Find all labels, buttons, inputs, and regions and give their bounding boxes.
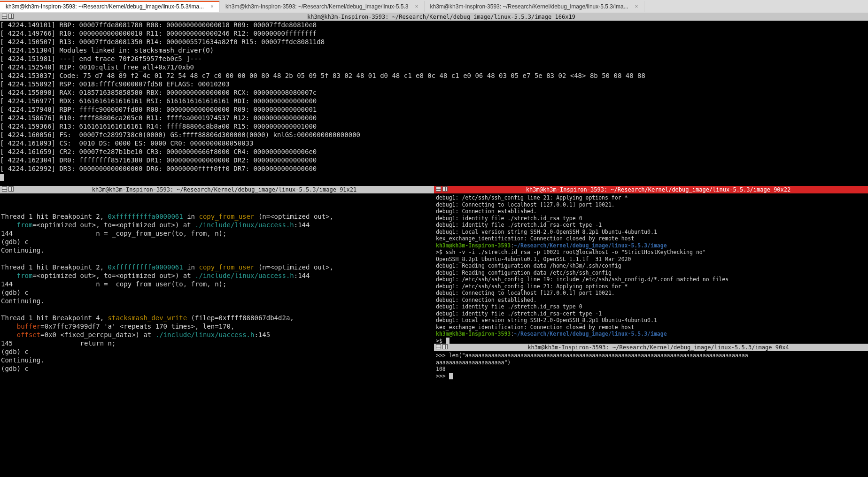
- log-line: [ 4224.150507] R13: 00007ffde8081350 R14…: [0, 38, 868, 46]
- log-line: [ 4224.159366] R13: 6161616161616161 R14…: [0, 122, 868, 131]
- log-line: [ 4224.156977] RDX: 6161616161616161 RSI…: [0, 97, 868, 105]
- log-line: [ 4224.155092] RSP: 0018:ffffc9000007fd5…: [0, 80, 868, 88]
- pane-status-gdb: kh3m@kh3m-Inspiron-3593: ~/Research/Kern…: [0, 186, 434, 193]
- split-vertical-icon[interactable]: [8, 14, 14, 19]
- terminal-tab-2[interactable]: kh3m@kh3m-Inspiron-3593: ~/Research/Kern…: [220, 1, 424, 12]
- log-line: [ 4224.158676] R10: ffff88806ca205c0 R11…: [0, 114, 868, 122]
- ssh-line: debug1: Connection established.: [436, 208, 866, 215]
- pane-title: kh3m@kh3m-Inspiron-3593: ~/Research/Kern…: [527, 344, 772, 351]
- log-line: [ 4224.149101] RBP: 00007ffde8081780 R08…: [0, 21, 868, 29]
- pane-dims: 91x21: [340, 186, 356, 193]
- python-line[interactable]: >>>: [436, 373, 866, 380]
- python-pane[interactable]: >>> len("aaaaaaaaaaaaaaaaaaaaaaaaaaaaaaa…: [434, 351, 868, 383]
- split-horizontal-icon[interactable]: [2, 186, 7, 192]
- ssh-line: debug1: Connecting to localhost [127.0.0…: [436, 290, 866, 297]
- tab-bar: kh3m@kh3m-Inspiron-3593: ~/Research/Kern…: [0, 0, 868, 13]
- tab-label: kh3m@kh3m-Inspiron-3593: ~/Research/Kern…: [225, 3, 408, 10]
- ssh-line: kex_exchange_identification: Connection …: [436, 324, 866, 331]
- ssh-pane[interactable]: debug1: /etc/ssh/ssh_config line 21: App…: [434, 193, 868, 344]
- ssh-line: debug1: Connection established.: [436, 297, 866, 304]
- log-line: [ 4224.151981] ---[ end trace 70f26f5957…: [0, 54, 868, 63]
- python-line: aaaaaaaaaaaaaaaaaaaaa"): [436, 359, 866, 366]
- shell-prompt: kh3m@kh3m-Inspiron-3593:~/Research/Kerne…: [436, 242, 866, 249]
- log-line: [ 4224.155898] RAX: 0185716385858580 RBX…: [0, 88, 868, 97]
- ssh-line: debug1: identity file ./stretch.id_rsa t…: [436, 303, 866, 310]
- close-icon[interactable]: ×: [210, 3, 214, 10]
- log-line: [ 4224.152540] RIP: 0010:qlist_free_all+…: [0, 63, 868, 71]
- close-icon[interactable]: ×: [415, 3, 418, 10]
- tab-label: kh3m@kh3m-Inspiron-3593: ~/Research/Kern…: [430, 3, 628, 10]
- ssh-line: debug1: Reading configuration data /home…: [436, 262, 866, 269]
- ssh-line: debug1: Reading configuration data /etc/…: [436, 269, 866, 277]
- log-line: [ 4224.153037] Code: 75 d7 48 89 f2 4c 0…: [0, 71, 868, 80]
- python-line: >>> len("aaaaaaaaaaaaaaaaaaaaaaaaaaaaaaa…: [436, 352, 866, 359]
- pane-dims: 90x22: [774, 186, 790, 193]
- pane-status-py: kh3m@kh3m-Inspiron-3593: ~/Research/Kern…: [434, 344, 868, 351]
- log-line: [ 4224.149766] R10: 0000000000000010 R11…: [0, 29, 868, 38]
- log-line: [ 4224.161659] CR2: 00007fe287b1be10 CR3…: [0, 147, 868, 156]
- ssh-line: debug1: identity file ./stretch.id_rsa-c…: [436, 222, 866, 229]
- split-vertical-icon[interactable]: [442, 344, 448, 349]
- ssh-line: debug1: /etc/ssh/ssh_config line 19: inc…: [436, 276, 866, 283]
- ssh-command: >$ ssh -v -i ./stretch.id_rsa -p 10021 r…: [436, 249, 866, 256]
- split-horizontal-icon[interactable]: [436, 186, 441, 192]
- split-vertical-icon[interactable]: [442, 186, 448, 192]
- python-line: 108: [436, 366, 866, 373]
- log-line: [ 4224.157948] RBP: ffffc9000007fd80 R08…: [0, 105, 868, 114]
- log-line: [ 4224.162992] DR3: 0000000000000000 DR6…: [0, 164, 868, 173]
- pane-dims: 166x19: [555, 14, 575, 20]
- pane-title: kh3m@kh3m-Inspiron-3593: ~/Research/Kern…: [526, 186, 770, 193]
- gdb-pane[interactable]: Thread 1 hit Breakpoint 2, 0xfffffffffa0…: [0, 193, 434, 383]
- pane-status-top: kh3m@kh3m-Inspiron-3593: ~/Research/Kern…: [0, 13, 868, 21]
- shell-prompt-empty[interactable]: >$: [436, 338, 866, 344]
- cursor: [0, 174, 4, 181]
- pane-status-ssh: kh3m@kh3m-Inspiron-3593: ~/Research/Kern…: [434, 186, 868, 193]
- ssh-line: debug1: identity file ./stretch.id_rsa t…: [436, 215, 866, 222]
- terminal-tab-3[interactable]: kh3m@kh3m-Inspiron-3593: ~/Research/Kern…: [425, 1, 644, 12]
- terminal-tab-1[interactable]: kh3m@kh3m-Inspiron-3593: ~/Research/Kern…: [0, 1, 220, 12]
- pane-title: kh3m@kh3m-Inspiron-3593: ~/Research/Kern…: [92, 186, 336, 193]
- log-line: [ 4224.151304] Modules linked in: stacks…: [0, 46, 868, 54]
- cursor: [449, 373, 453, 379]
- ssh-line: debug1: /etc/ssh/ssh_config line 21: App…: [436, 283, 866, 290]
- split-horizontal-icon[interactable]: [436, 344, 441, 349]
- ssh-line: kex_exchange_identification: Connection …: [436, 235, 866, 242]
- split-vertical-icon[interactable]: [8, 186, 14, 192]
- shell-prompt: kh3m@kh3m-Inspiron-3593:~/Research/Kerne…: [436, 331, 866, 338]
- log-line: [ 4224.161093] CS: 0010 DS: 0000 ES: 000…: [0, 139, 868, 147]
- ssh-line: OpenSSH_8.2p1 Ubuntu-4ubuntu0.1, OpenSSL…: [436, 256, 866, 263]
- log-line: [ 4224.160056] FS: 00007fe2899738c0(0000…: [0, 131, 868, 139]
- cursor: [446, 338, 450, 344]
- kernel-log-pane[interactable]: [ 4224.149101] RBP: 00007ffde8081780 R08…: [0, 21, 868, 186]
- ssh-line: debug1: identity file ./stretch.id_rsa-c…: [436, 310, 866, 317]
- split-horizontal-icon[interactable]: [2, 14, 7, 19]
- ssh-line: debug1: Local version string SSH-2.0-Ope…: [436, 229, 866, 236]
- ssh-line: debug1: Connecting to localhost [127.0.0…: [436, 201, 866, 208]
- ssh-line: debug1: Local version string SSH-2.0-Ope…: [436, 317, 866, 324]
- ssh-line: debug1: /etc/ssh/ssh_config line 21: App…: [436, 194, 866, 201]
- tab-label: kh3m@kh3m-Inspiron-3593: ~/Research/Kern…: [6, 3, 204, 10]
- close-icon[interactable]: ×: [635, 3, 638, 10]
- pane-title: kh3m@kh3m-Inspiron-3593: ~/Research/Kern…: [307, 14, 551, 20]
- log-line: [ 4224.162304] DR0: ffffffff85716380 DR1…: [0, 156, 868, 164]
- pane-dims: 90x4: [775, 344, 789, 351]
